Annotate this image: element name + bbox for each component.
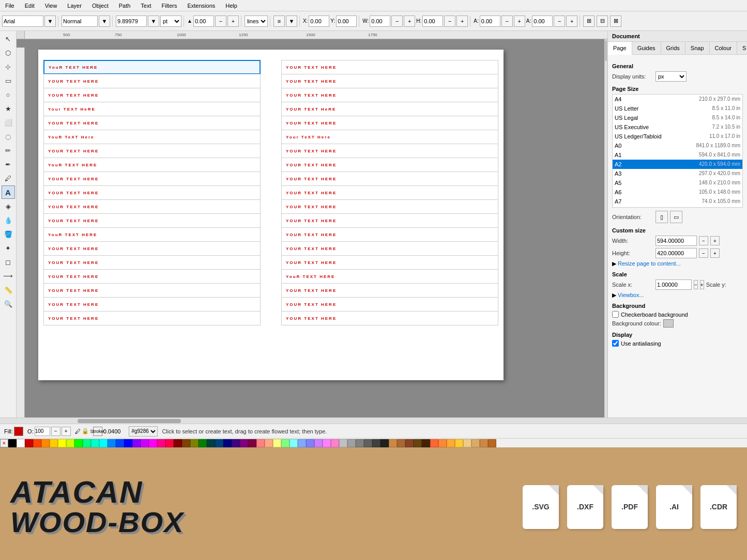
color-swatch[interactable]	[66, 439, 74, 447]
3d-box-tool[interactable]: ⬜	[2, 116, 15, 129]
color-swatch[interactable]	[488, 439, 496, 447]
minus-height-btn[interactable]: −	[699, 248, 708, 258]
color-swatch[interactable]	[364, 439, 372, 447]
dropper-tool[interactable]: 💧	[2, 213, 15, 227]
color-swatch[interactable]	[149, 439, 157, 447]
table-row[interactable]: Your TEXT HeRE	[43, 102, 261, 116]
color-swatch[interactable]	[397, 439, 405, 447]
spiral-tool[interactable]: ◌	[2, 130, 15, 143]
table-row[interactable]: YOUR TEXT HERE	[43, 116, 261, 130]
tab-colour[interactable]: Colour	[710, 42, 737, 54]
color-swatch[interactable]	[289, 439, 298, 447]
size-a4[interactable]: A4 210.0 x 297.0 mm	[613, 95, 742, 104]
display-units-select[interactable]: pxmmin	[655, 71, 687, 82]
color-swatch[interactable]	[331, 439, 339, 447]
color-swatch[interactable]	[339, 439, 347, 447]
color-swatch[interactable]	[480, 439, 488, 447]
table-row[interactable]: YOUR TEXT HERE	[43, 74, 261, 88]
minus-aa2-btn[interactable]: −	[554, 15, 565, 27]
table-row[interactable]: Your TeXT Here	[281, 130, 498, 144]
plus-scale-x-btn[interactable]: +	[700, 280, 704, 289]
view-toggle-btn1[interactable]: ⊞	[583, 15, 594, 27]
eraser-tool[interactable]: ◻	[2, 255, 15, 269]
table-row[interactable]: YOUR TEXT HERE	[281, 144, 498, 158]
landscape-btn[interactable]: ▭	[670, 211, 682, 223]
menu-view[interactable]: View	[42, 2, 60, 10]
a-input[interactable]	[193, 15, 214, 27]
plus-a-btn[interactable]: +	[227, 15, 239, 27]
color-swatch[interactable]	[190, 439, 199, 447]
menu-layer[interactable]: Layer	[64, 2, 85, 10]
size-a2[interactable]: A2 420.0 x 594.0 mm	[613, 160, 742, 169]
table-row[interactable]: YOUR TEXT HERE	[43, 199, 261, 214]
color-swatch[interactable]	[99, 439, 108, 447]
measure-tool[interactable]: 📏	[2, 283, 15, 297]
file-icon-dxf[interactable]: .DXF	[567, 485, 603, 529]
table-row[interactable]: YOUR TEXT HERE	[281, 199, 498, 214]
color-swatch[interactable]	[463, 439, 471, 447]
color-swatch[interactable]	[314, 439, 323, 447]
table-row[interactable]: YOUR TEXT HERE	[43, 172, 261, 186]
table-row[interactable]: YOUR TEXT HERE	[281, 74, 498, 88]
menu-path[interactable]: Path	[116, 2, 134, 10]
star-tool[interactable]: ★	[2, 102, 15, 115]
ellipse-tool[interactable]: ○	[2, 88, 15, 101]
panel-splitter[interactable]	[604, 39, 607, 417]
color-swatch[interactable]	[298, 439, 306, 447]
font-style-input[interactable]	[62, 15, 98, 27]
plus-opacity-btn[interactable]: +	[62, 427, 71, 436]
lines-select[interactable]: lines	[245, 15, 268, 27]
size-a3[interactable]: A3 297.0 x 420.0 mm	[613, 169, 742, 178]
node-tool[interactable]: ⬡	[2, 46, 15, 59]
canvas-area[interactable]: 500 750 1000 1250 1500 1750 YouR TEXT HE…	[17, 31, 607, 417]
table-row[interactable]: YouR TEXT HERE	[281, 269, 498, 284]
size-us-executive[interactable]: US Executive 7.2 x 10.5 in	[613, 122, 742, 132]
color-swatch[interactable]	[132, 439, 141, 447]
size-a5[interactable]: A5 148.0 x 210.0 mm	[613, 178, 742, 188]
no-color-btn[interactable]: ✕	[0, 439, 8, 447]
file-icon-svg[interactable]: .SVG	[523, 485, 559, 529]
color-swatch[interactable]	[248, 439, 256, 447]
table-row[interactable]: YOUR TEXT HERE	[281, 227, 498, 242]
table-row[interactable]: YouR TeXT Here	[43, 130, 261, 144]
connector-tool[interactable]: ⟶	[2, 269, 15, 283]
size-a1[interactable]: A1 594.0 x 841.0 mm	[613, 150, 742, 160]
table-row[interactable]: YOUR TEXT HERE	[43, 269, 261, 284]
text-tool[interactable]: A	[2, 185, 15, 199]
color-swatch[interactable]	[174, 439, 182, 447]
fill-indicator[interactable]	[14, 427, 23, 436]
menu-edit[interactable]: Edit	[22, 2, 38, 10]
size-us-legal[interactable]: US Legal 8.5 x 14.0 in	[613, 113, 742, 122]
table-row[interactable]: YOUR TEXT HERE	[43, 283, 261, 298]
custom-width-input[interactable]	[655, 236, 697, 246]
color-swatch[interactable]	[108, 439, 116, 447]
color-swatch[interactable]	[33, 439, 41, 447]
color-swatch[interactable]	[455, 439, 463, 447]
table-row[interactable]: YOUR TEXT HERE	[43, 213, 261, 228]
color-swatch[interactable]	[124, 439, 132, 447]
view-toggle-btn3[interactable]: ⊠	[610, 15, 621, 27]
size-dropdown-btn[interactable]: ▼	[148, 15, 159, 27]
font-name-input[interactable]	[2, 15, 43, 27]
scrollbar-thumb[interactable]	[78, 419, 181, 423]
table-row[interactable]: YOUR TEXT HERE	[43, 144, 261, 158]
color-swatch[interactable]	[347, 439, 356, 447]
aa-input[interactable]	[480, 15, 500, 27]
color-swatch[interactable]	[323, 439, 331, 447]
view-toggle-btn2[interactable]: ⊟	[597, 15, 608, 27]
menu-extensions[interactable]: Extensions	[184, 2, 218, 10]
color-swatch[interactable]	[256, 439, 265, 447]
color-swatch[interactable]	[74, 439, 83, 447]
color-swatch[interactable]	[380, 439, 389, 447]
color-swatch[interactable]	[306, 439, 314, 447]
color-swatch[interactable]	[25, 439, 33, 447]
color-swatch[interactable]	[265, 439, 273, 447]
color-swatch[interactable]	[165, 439, 174, 447]
table-row[interactable]: YouR TEXT HERE	[43, 227, 261, 242]
table-row[interactable]: YOUR TEXT HERE	[281, 283, 498, 298]
viewbox-link[interactable]: Viewbox...	[618, 292, 644, 298]
color-swatch[interactable]	[50, 439, 58, 447]
tab-grids[interactable]: Grids	[661, 42, 685, 54]
table-row[interactable]: YOUR TEXT HERE	[281, 241, 498, 256]
unit-select[interactable]: ptpxmm	[160, 15, 181, 27]
